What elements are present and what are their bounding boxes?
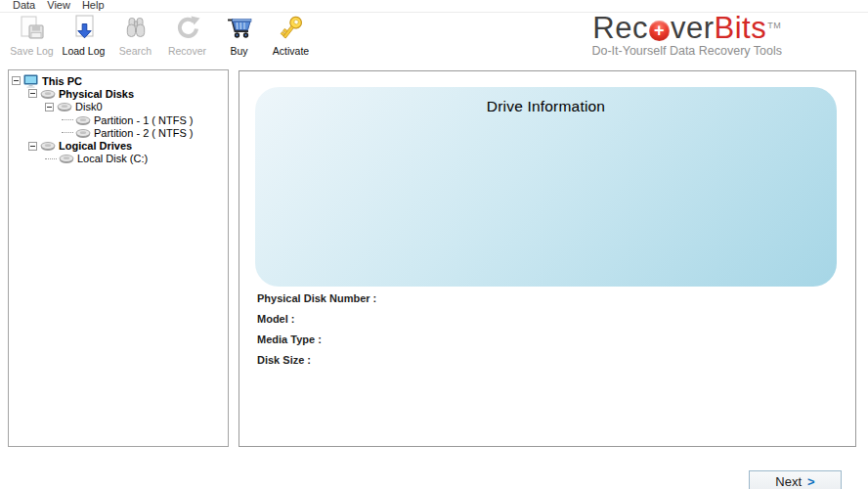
field-label: Model :: [257, 313, 295, 325]
tree-item-partition-2[interactable]: Partition - 2 ( NTFS ): [9, 126, 228, 139]
tree-label: Disk0: [75, 101, 103, 112]
load-log-button[interactable]: Load Log: [58, 14, 109, 57]
recover-button[interactable]: Recover: [161, 14, 213, 57]
next-button[interactable]: Next >: [749, 470, 842, 489]
load-document-icon: [69, 14, 99, 43]
disk-icon: [75, 127, 91, 139]
drive-info-box: Drive Information: [255, 87, 837, 287]
save-log-button[interactable]: Save Log: [6, 14, 58, 57]
tree-label: Partition - 1 ( NTFS ): [94, 114, 193, 126]
tree-connector: [62, 119, 73, 120]
collapse-icon[interactable]: [28, 89, 37, 98]
drive-info-panel: Drive Information Physical Disk Number :…: [239, 70, 856, 447]
search-button[interactable]: Search: [109, 14, 161, 57]
tree-item-partition-1[interactable]: Partition - 1 ( NTFS ): [9, 113, 228, 126]
tree-connector: [62, 132, 73, 133]
binoculars-icon: [121, 14, 151, 43]
menu-data[interactable]: Data: [7, 0, 41, 11]
key-icon: [277, 14, 306, 43]
brand-trademark: TM: [767, 21, 781, 30]
brand-tagline: Do-It-Yourself Data Recovery Tools: [591, 44, 782, 58]
tree-label: Local Disk (C:): [77, 153, 148, 164]
tree-connector: [45, 158, 57, 159]
brand-ver: ver: [671, 11, 715, 45]
drive-tree-panel: This PC Physical Disks Disk0: [8, 69, 229, 447]
toolbar: Save Log Load Log Search: [6, 14, 317, 57]
tree-item-this-pc[interactable]: This PC: [9, 74, 228, 87]
field-label: Media Type :: [257, 333, 322, 345]
load-log-label: Load Log: [63, 45, 106, 57]
recoverbits-window: Data View Help Save Log Load Log: [0, 0, 868, 489]
field-disk-size: Disk Size :: [257, 354, 376, 375]
tree-item-logical-drives[interactable]: Logical Drives: [9, 139, 228, 152]
next-button-label: Next: [775, 474, 802, 489]
collapse-icon[interactable]: [45, 103, 54, 111]
save-icon: [18, 14, 47, 43]
field-physical-disk-number: Physical Disk Number :: [257, 292, 376, 313]
disk-icon: [75, 114, 91, 126]
brand-plus-circle-icon: +: [649, 21, 670, 41]
brand-rec: Rec: [592, 11, 648, 45]
tree-label: Partition - 2 ( NTFS ): [94, 127, 193, 139]
chevron-right-icon: >: [807, 474, 815, 489]
field-media-type: Media Type :: [257, 333, 376, 354]
tree-item-local-disk-c[interactable]: Local Disk (C:): [9, 153, 228, 165]
tree-label: Logical Drives: [59, 140, 132, 152]
buy-button[interactable]: Buy: [213, 14, 265, 57]
activate-label: Activate: [273, 45, 309, 57]
disk-icon: [40, 88, 56, 100]
recover-label: Recover: [168, 45, 206, 57]
shopping-cart-icon: [225, 14, 254, 43]
collapse-icon[interactable]: [28, 142, 37, 151]
menu-help[interactable]: Help: [76, 0, 110, 11]
search-label: Search: [119, 45, 152, 57]
collapse-icon[interactable]: [12, 76, 21, 85]
field-label: Physical Disk Number :: [257, 292, 376, 304]
tree-label: Physical Disks: [59, 88, 134, 100]
save-log-label: Save Log: [10, 45, 53, 57]
buy-label: Buy: [230, 45, 247, 57]
brand-wordmark: Rec+verBitsTM: [591, 12, 782, 44]
field-model: Model :: [257, 313, 376, 333]
brand-bits: Bits: [715, 11, 767, 45]
tree-label: This PC: [42, 75, 82, 87]
computer-icon: [23, 74, 39, 88]
tree-item-disk0[interactable]: Disk0: [9, 101, 228, 113]
activate-button[interactable]: Activate: [265, 14, 317, 57]
brand-logo: Rec+verBitsTM Do-It-Yourself Data Recove…: [591, 12, 782, 58]
disk-icon: [40, 140, 56, 152]
recover-arrow-icon: [173, 14, 202, 43]
tree-item-physical-disks[interactable]: Physical Disks: [9, 87, 228, 100]
disk-icon: [57, 101, 72, 112]
panel-title: Drive Information: [255, 87, 837, 115]
field-label: Disk Size :: [257, 354, 311, 366]
drive-info-fields: Physical Disk Number : Model : Media Typ…: [257, 292, 376, 375]
disk-icon: [59, 153, 74, 164]
menu-view[interactable]: View: [41, 0, 76, 11]
